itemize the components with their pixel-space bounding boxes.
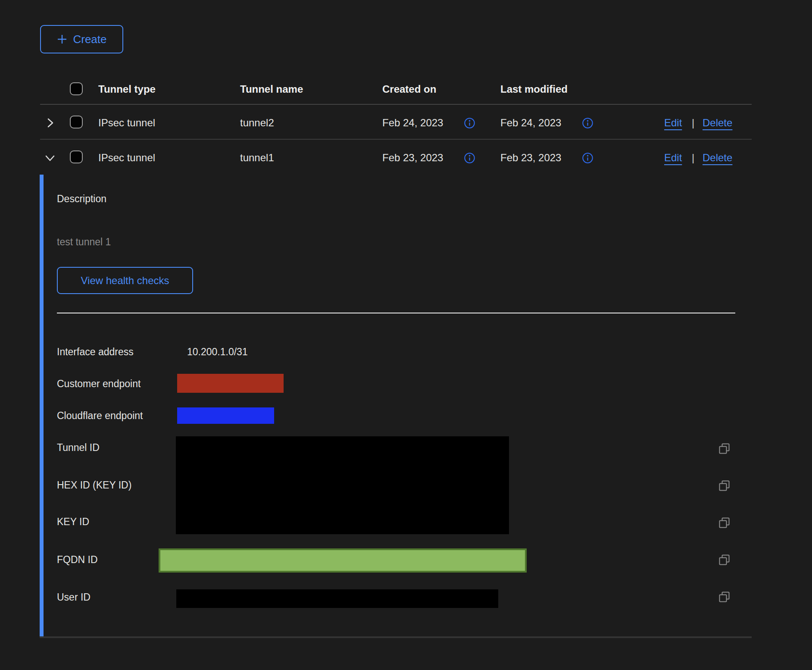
row2-tunnel-name: tunnel1 bbox=[240, 152, 274, 164]
chevron-down-icon bbox=[44, 151, 56, 164]
row1-action-separator: | bbox=[692, 117, 694, 129]
row2-tunnel-type: IPsec tunnel bbox=[98, 152, 155, 164]
row2-checkbox[interactable] bbox=[70, 150, 83, 163]
key-id-label: KEY ID bbox=[57, 516, 89, 528]
copy-hex-id-button[interactable] bbox=[717, 479, 732, 493]
row1-expand-chevron[interactable] bbox=[43, 116, 57, 130]
header-tunnel-name: Tunnel name bbox=[240, 83, 303, 95]
row1-created-info-icon[interactable] bbox=[464, 117, 475, 129]
user-id-redaction bbox=[176, 589, 498, 608]
row1-last-modified: Feb 24, 2023 bbox=[500, 117, 561, 129]
row2-modified-info-icon[interactable] bbox=[582, 152, 593, 164]
detail-divider bbox=[57, 313, 735, 313]
customer-endpoint-redaction bbox=[177, 374, 284, 393]
copy-user-id-button[interactable] bbox=[717, 590, 732, 604]
customer-endpoint-label: Customer endpoint bbox=[57, 378, 141, 390]
row2-collapse-chevron[interactable] bbox=[43, 150, 57, 165]
view-health-checks-button[interactable]: View health checks bbox=[57, 267, 193, 294]
row1-modified-info-icon[interactable] bbox=[582, 117, 593, 129]
row2-last-modified: Feb 23, 2023 bbox=[500, 152, 561, 164]
select-all-checkbox[interactable] bbox=[70, 82, 83, 95]
ipsec-tunnels-page: Create Tunnel type Tunnel name Created o… bbox=[0, 0, 812, 670]
fqdn-id-redaction bbox=[159, 548, 527, 573]
row1-tunnel-type: IPsec tunnel bbox=[98, 117, 155, 129]
copy-icon bbox=[717, 516, 732, 530]
expanded-row-accent-bar bbox=[40, 175, 44, 637]
copy-icon bbox=[717, 479, 732, 493]
view-health-checks-label: View health checks bbox=[81, 275, 169, 287]
header-divider bbox=[40, 104, 752, 105]
row2-action-separator: | bbox=[692, 152, 694, 164]
create-button[interactable]: Create bbox=[40, 25, 123, 53]
copy-icon bbox=[717, 553, 732, 567]
description-value: test tunnel 1 bbox=[57, 236, 111, 248]
row1-divider bbox=[40, 139, 752, 140]
copy-key-id-button[interactable] bbox=[717, 516, 732, 530]
interface-address-value: 10.200.1.0/31 bbox=[187, 346, 248, 358]
row1-edit-link[interactable]: Edit bbox=[664, 117, 682, 129]
header-created-on: Created on bbox=[382, 83, 436, 95]
row2-edit-link[interactable]: Edit bbox=[664, 152, 682, 164]
row1-tunnel-name: tunnel2 bbox=[240, 117, 274, 129]
interface-address-label: Interface address bbox=[57, 346, 134, 358]
header-last-modified: Last modified bbox=[500, 83, 568, 95]
copy-tunnel-id-button[interactable] bbox=[717, 441, 732, 456]
cloudflare-endpoint-redaction bbox=[177, 407, 274, 424]
tunnel-id-label: Tunnel ID bbox=[57, 442, 100, 454]
expanded-row-bottom-divider bbox=[40, 636, 752, 638]
create-button-label: Create bbox=[73, 33, 106, 46]
row1-checkbox[interactable] bbox=[70, 116, 83, 128]
row1-created-on: Feb 24, 2023 bbox=[382, 117, 443, 129]
copy-fqdn-id-button[interactable] bbox=[717, 553, 732, 567]
user-id-label: User ID bbox=[57, 592, 91, 603]
row2-created-on: Feb 23, 2023 bbox=[382, 152, 443, 164]
row2-created-info-icon[interactable] bbox=[464, 152, 475, 164]
tunnel-hex-key-id-redaction bbox=[176, 436, 509, 534]
hex-id-label: HEX ID (KEY ID) bbox=[57, 479, 131, 491]
description-label: Description bbox=[57, 193, 106, 205]
plus-icon bbox=[56, 34, 68, 45]
header-tunnel-type: Tunnel type bbox=[98, 83, 156, 95]
fqdn-id-label: FQDN ID bbox=[57, 554, 98, 566]
row2-delete-link[interactable]: Delete bbox=[703, 152, 732, 164]
copy-icon bbox=[717, 441, 732, 456]
copy-icon bbox=[717, 590, 732, 604]
chevron-right-icon bbox=[44, 116, 56, 129]
cloudflare-endpoint-label: Cloudflare endpoint bbox=[57, 410, 143, 422]
row1-delete-link[interactable]: Delete bbox=[703, 117, 732, 129]
